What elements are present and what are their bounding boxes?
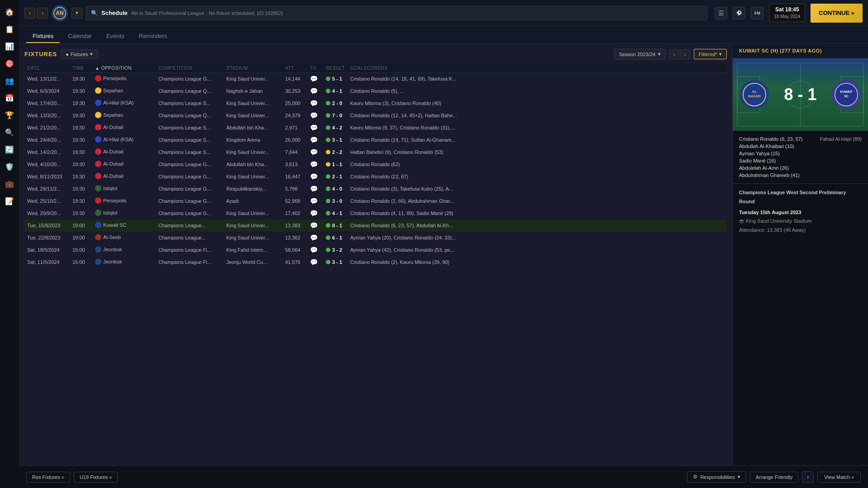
table-row[interactable]: Wed, 21/2/20... 19:30 Al-Duhail Champion…: [24, 122, 727, 134]
table-row[interactable]: Wed, 6/3/2024 19:30 Sepahan Champions Le…: [24, 85, 727, 97]
sidebar-search[interactable]: 🔍: [1, 124, 18, 140]
club-dropdown[interactable]: ▼: [72, 8, 82, 19]
view-match-button[interactable]: View Match »: [817, 472, 861, 483]
sidebar-tactics[interactable]: 🎯: [1, 55, 18, 72]
u19-fixtures-label: U19 Fixtures »: [80, 474, 112, 480]
table-row[interactable]: Wed, 17/4/20... 19:30 Al-Hilal (KSA) Cha…: [24, 97, 727, 110]
table-row[interactable]: Wed, 24/4/20... 19:30 Al-Hilal (KSA) Cha…: [24, 134, 727, 146]
season-selector[interactable]: Season 2023/24 ▾: [614, 49, 666, 59]
svg-text:SC: SC: [844, 95, 849, 98]
arrange-friendly-button[interactable]: Arrange Friendly: [750, 472, 798, 483]
col-header-competition[interactable]: COMPETITION: [156, 64, 224, 73]
sidebar-finances[interactable]: 💼: [1, 176, 18, 192]
scorer-row: Ayman Yahya (15): [739, 150, 862, 157]
table-row[interactable]: Wed, 20/9/20... 19:30 Istiqlol Champions…: [24, 207, 727, 220]
cell-stadium: King Saud Univer...: [224, 220, 282, 232]
tab-calendar[interactable]: Calendar: [62, 30, 98, 43]
table-row[interactable]: Wed, 4/10/20... 19:30 Al-Duhail Champion…: [24, 158, 727, 171]
responsibilities-button[interactable]: ⚙ Responsibilities ▾: [687, 471, 746, 483]
cell-attendance: 16,447: [282, 171, 307, 183]
cell-stadium: Kingdom Arena: [224, 134, 282, 146]
table-row[interactable]: Wed, 13/3/20... 19:30 Sepahan Champions …: [24, 110, 727, 122]
cell-tv: 💬: [307, 171, 323, 183]
right-panel: KUWAIT SC (H) (277 DAYS AGO) AL NASSR: [732, 43, 868, 488]
cell-opposition: Al-Seeb: [92, 232, 156, 244]
cell-result: 3 - 1: [323, 134, 348, 146]
cell-result: 3 - 1: [323, 256, 348, 268]
cell-result: 4 - 0: [323, 183, 348, 195]
scorer-row: Abdulrahman Ghareeb (41): [739, 172, 862, 179]
cell-time: 15:00: [70, 256, 92, 268]
col-header-opposition[interactable]: ▲ OPPOSITION: [92, 64, 156, 73]
filtered-button[interactable]: Filtered* ▾: [694, 49, 727, 59]
cell-goalscorers: Ayman Yahya (20), Cristiano Ronaldo (24,…: [348, 232, 727, 244]
cell-attendance: 24,379: [282, 110, 307, 122]
fixtures-dropdown[interactable]: ● Fixtures ▾: [61, 49, 98, 59]
sidebar-home[interactable]: 🏠: [1, 4, 18, 20]
table-row[interactable]: Sat, 18/5/2024 15:00 Jeonbuk Champions L…: [24, 244, 727, 256]
chevron-down-icon-season: ▾: [658, 51, 661, 57]
sidebar-schedule[interactable]: 📅: [1, 90, 18, 106]
stadium-icon: 🏟: [739, 217, 744, 226]
cell-result: 3 - 0: [323, 195, 348, 207]
menu-icon[interactable]: ☰: [715, 7, 727, 19]
table-row[interactable]: Tue, 22/8/2023 19:00 Al-Seeb Champions L…: [24, 232, 727, 244]
fm-icon[interactable]: ⚽: [733, 7, 745, 19]
cell-goalscorers: Cristiano Ronaldo (19, 71), Sultan Al-Gh…: [348, 134, 727, 146]
sidebar-inbox[interactable]: 📋: [1, 21, 18, 37]
scorer-home: Abdulelah Al-Amri (26): [739, 165, 789, 171]
cell-stadium: Abdullah bin Kha...: [224, 122, 282, 134]
table-row[interactable]: Wed, 13/12/2... 19:30 Persepolis Champio…: [24, 73, 727, 85]
nav-forward[interactable]: ›: [37, 8, 48, 19]
responsibilities-label: Responsibilities: [700, 474, 734, 480]
fixtures-scroll[interactable]: DATE TIME ▲ OPPOSITION COMPETITION STADI…: [24, 64, 727, 483]
cell-goalscorers: Hattan Bahebri (9), Cristiano Ronaldo (5…: [348, 146, 727, 158]
sidebar-transfers[interactable]: 🔄: [1, 141, 18, 158]
cell-stadium: King Saud Univer...: [224, 232, 282, 244]
sidebar-stats[interactable]: 📊: [1, 38, 18, 54]
cell-tv: 💬: [307, 195, 323, 207]
bottom-bar: Res Fixtures » U19 Fixtures » ⚙ Responsi…: [19, 465, 868, 488]
cell-competition: Champions League S...: [156, 122, 224, 134]
svg-text:AN: AN: [56, 10, 63, 16]
cell-result: 3 - 2: [323, 244, 348, 256]
sidebar-reports[interactable]: 📝: [1, 193, 18, 209]
cell-stadium: Respublikanskiy...: [224, 183, 282, 195]
table-row[interactable]: Tue, 15/8/2023 19:00 Kuwait SC Champions…: [24, 220, 727, 232]
nav-back[interactable]: ‹: [24, 8, 35, 19]
col-header-att[interactable]: ATT: [282, 64, 307, 73]
search-bar[interactable]: 🔍 Schedule 4th in Saudi Professional Lea…: [86, 6, 707, 20]
scorer-row: Abdullah Al-Khaibari (10): [739, 143, 862, 150]
col-header-stadium[interactable]: STADIUM: [224, 64, 282, 73]
tab-reminders[interactable]: Reminders: [133, 30, 174, 43]
season-next[interactable]: ›: [680, 49, 690, 59]
fm-logo[interactable]: FM: [751, 7, 763, 19]
cell-date: Wed, 6/3/2024: [24, 85, 70, 97]
table-row[interactable]: Sat, 11/5/2024 15:00 Jeonbuk Champions L…: [24, 256, 727, 268]
continue-button[interactable]: CONTINUE »: [811, 4, 863, 23]
cell-competition: Champions League G...: [156, 183, 224, 195]
season-prev[interactable]: ‹: [669, 49, 679, 59]
table-row[interactable]: Wed, 29/11/2... 19:30 Istiqlol Champions…: [24, 183, 727, 195]
table-row[interactable]: Wed, 8/11/2023 19:30 Al-Duhail Champions…: [24, 171, 727, 183]
table-row[interactable]: Wed, 14/2/20... 19:30 Al-Duhail Champion…: [24, 146, 727, 158]
cell-attendance: 14,144: [282, 73, 307, 85]
sidebar-training[interactable]: 🛡️: [1, 158, 18, 175]
cell-opposition: Sepahan: [92, 85, 156, 97]
sidebar-squad[interactable]: 👥: [1, 72, 18, 89]
tab-fixtures[interactable]: Fixtures: [26, 30, 60, 43]
tab-events[interactable]: Events: [100, 30, 131, 43]
cell-date: Wed, 29/11/2...: [24, 183, 70, 195]
cell-goalscorers: Cristiano Ronaldo (22, 67): [348, 171, 727, 183]
fixtures-panel: FIXTURES ● Fixtures ▾ Season 2023/24 ▾ ‹…: [19, 43, 732, 488]
cell-competition: Champions League...: [156, 220, 224, 232]
cell-tv: 💬: [307, 232, 323, 244]
table-row[interactable]: Wed, 25/10/2... 19:30 Persepolis Champio…: [24, 195, 727, 207]
cell-date: Wed, 8/11/2023: [24, 171, 70, 183]
sidebar-competitions[interactable]: 🏆: [1, 107, 18, 123]
nav-prev-small[interactable]: ›: [802, 471, 814, 483]
cell-opposition: Kuwait SC: [92, 220, 156, 232]
u19-fixtures-button[interactable]: U19 Fixtures »: [74, 472, 118, 483]
scorer-row: Abdulelah Al-Amri (26): [739, 164, 862, 172]
res-fixtures-button[interactable]: Res Fixtures »: [26, 472, 70, 483]
